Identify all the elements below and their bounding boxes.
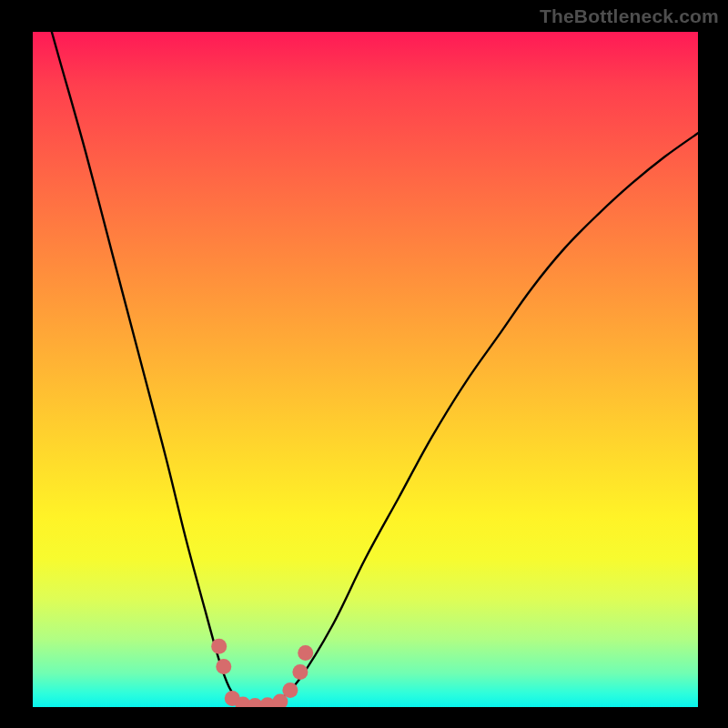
plot-area bbox=[33, 32, 698, 707]
curve-layer bbox=[33, 32, 698, 707]
watermark-text: TheBottleneck.com bbox=[540, 5, 719, 27]
curve-markers bbox=[211, 639, 313, 707]
chart-frame: TheBottleneck.com bbox=[0, 0, 728, 728]
bottleneck-curve bbox=[33, 32, 698, 707]
curve-marker bbox=[298, 645, 313, 661]
curve-marker bbox=[282, 682, 298, 698]
curve-marker bbox=[292, 664, 308, 680]
curve-marker bbox=[211, 639, 227, 654]
curve-marker bbox=[216, 659, 231, 674]
